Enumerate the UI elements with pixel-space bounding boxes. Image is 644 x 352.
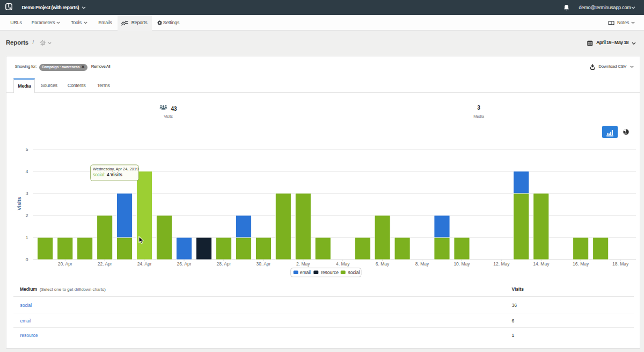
svg-text:5: 5 bbox=[26, 147, 28, 152]
svg-text:4: 4 bbox=[26, 169, 28, 174]
svg-text:24. Apr: 24. Apr bbox=[137, 261, 152, 267]
svg-text:0: 0 bbox=[26, 257, 28, 262]
svg-text:3: 3 bbox=[26, 191, 28, 196]
svg-text:10. May: 10. May bbox=[453, 261, 470, 267]
svg-text:18. May: 18. May bbox=[612, 261, 629, 267]
svg-text:20. Apr: 20. Apr bbox=[58, 261, 72, 267]
svg-text:2: 2 bbox=[26, 213, 28, 218]
svg-text:social: 4 Visits: social: 4 Visits bbox=[93, 172, 122, 177]
svg-text:14. May: 14. May bbox=[533, 261, 550, 267]
svg-text:6. May: 6. May bbox=[376, 261, 390, 267]
svg-text:30. Apr: 30. Apr bbox=[256, 261, 270, 267]
svg-text:2. May: 2. May bbox=[296, 261, 310, 267]
svg-text:email: email bbox=[300, 270, 311, 275]
svg-text:8. May: 8. May bbox=[415, 261, 429, 267]
svg-text:Visits: Visits bbox=[16, 197, 22, 210]
svg-text:4. May: 4. May bbox=[336, 261, 350, 267]
svg-text:26. Apr: 26. Apr bbox=[177, 261, 192, 267]
svg-text:16. May: 16. May bbox=[573, 261, 589, 267]
svg-text:22. Apr: 22. Apr bbox=[98, 261, 112, 267]
svg-text:1: 1 bbox=[26, 235, 28, 240]
svg-text:Wednesday, Apr 24, 2019: Wednesday, Apr 24, 2019 bbox=[93, 167, 138, 171]
svg-text:social: social bbox=[348, 270, 360, 275]
svg-text:28. Apr: 28. Apr bbox=[216, 261, 231, 267]
svg-text:resource: resource bbox=[321, 270, 339, 275]
svg-text:12. May: 12. May bbox=[493, 261, 510, 267]
